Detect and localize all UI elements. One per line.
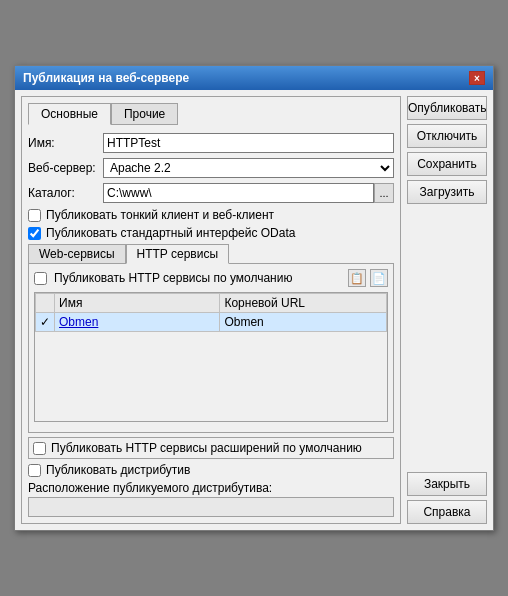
checkbox-odata[interactable] bbox=[28, 227, 41, 240]
checkbox-thin-client-label: Публиковать тонкий клиент и веб-клиент bbox=[46, 208, 274, 222]
name-label: Имя: bbox=[28, 136, 103, 150]
edit-icon[interactable]: 📋 bbox=[348, 269, 366, 287]
name-input[interactable] bbox=[103, 133, 394, 153]
checkbox-distrib-label: Публиковать дистрибутив bbox=[46, 463, 190, 477]
webserver-select-wrapper: Apache 2.2 bbox=[103, 158, 394, 178]
webserver-label: Веб-сервер: bbox=[28, 161, 103, 175]
checkbox-odata-row: Публиковать стандартный интерфейс OData bbox=[28, 226, 394, 240]
distrib-location-label: Расположение публикуемого дистрибутива: bbox=[28, 481, 394, 495]
row-name-cell: Obmen bbox=[55, 313, 220, 332]
distrib-section: Публиковать дистрибутив Расположение пуб… bbox=[28, 463, 394, 517]
table-header-check bbox=[36, 294, 55, 313]
catalog-input-wrapper: ... bbox=[103, 183, 394, 203]
services-table: Имя Корневой URL ✓ Obmen Obmen bbox=[35, 293, 387, 332]
save-button[interactable]: Сохранить bbox=[407, 152, 487, 176]
checkbox-extensions[interactable] bbox=[33, 442, 46, 455]
row-url-cell: Obmen bbox=[220, 313, 387, 332]
checkbox-distrib[interactable] bbox=[28, 464, 41, 477]
name-row: Имя: bbox=[28, 133, 394, 153]
close-button[interactable]: Закрыть bbox=[407, 472, 487, 496]
catalog-label: Каталог: bbox=[28, 186, 103, 200]
checkbox-http-default-label: Публиковать HTTP сервисы по умолчанию bbox=[54, 271, 344, 285]
publish-extensions-row: Публиковать HTTP сервисы расширений по у… bbox=[28, 437, 394, 459]
catalog-row: Каталог: ... bbox=[28, 183, 394, 203]
tab-web-services[interactable]: Web-сервисы bbox=[28, 244, 126, 264]
http-publish-default-row: Публиковать HTTP сервисы по умолчанию 📋 … bbox=[34, 269, 388, 287]
tab-http-services[interactable]: HTTP сервисы bbox=[126, 244, 230, 264]
table-header-name: Имя bbox=[55, 294, 220, 313]
side-buttons: Опубликовать Отключить Сохранить Загрузи… bbox=[407, 96, 487, 524]
checkbox-odata-label: Публиковать стандартный интерфейс OData bbox=[46, 226, 295, 240]
catalog-input[interactable] bbox=[103, 183, 374, 203]
title-bar: Публикация на веб-сервере × bbox=[15, 66, 493, 90]
copy-icon[interactable]: 📄 bbox=[370, 269, 388, 287]
dialog-body: Основные Прочие Имя: Веб-сервер: Apache … bbox=[15, 90, 493, 530]
bottom-section: Публиковать HTTP сервисы расширений по у… bbox=[28, 437, 394, 517]
tab-main[interactable]: Основные bbox=[28, 103, 111, 125]
distrib-location-input[interactable] bbox=[28, 497, 394, 517]
checkbox-thin-client-row: Публиковать тонкий клиент и веб-клиент bbox=[28, 208, 394, 222]
main-area: Основные Прочие Имя: Веб-сервер: Apache … bbox=[21, 96, 401, 524]
top-tabs: Основные Прочие bbox=[28, 103, 394, 125]
dialog-title: Публикация на веб-сервере bbox=[23, 71, 189, 85]
http-panel: Публиковать HTTP сервисы по умолчанию 📋 … bbox=[28, 263, 394, 433]
checkbox-http-default[interactable] bbox=[34, 272, 47, 285]
checkbox-thin-client[interactable] bbox=[28, 209, 41, 222]
help-button[interactable]: Справка bbox=[407, 500, 487, 524]
close-icon[interactable]: × bbox=[469, 71, 485, 85]
checkbox-extensions-label: Публиковать HTTP сервисы расширений по у… bbox=[51, 441, 362, 455]
table-row[interactable]: ✓ Obmen Obmen bbox=[36, 313, 387, 332]
services-table-wrapper: Имя Корневой URL ✓ Obmen Obmen bbox=[34, 292, 388, 422]
catalog-browse-button[interactable]: ... bbox=[374, 183, 394, 203]
inner-tabs: Web-сервисы HTTP сервисы bbox=[28, 244, 394, 264]
publish-button[interactable]: Опубликовать bbox=[407, 96, 487, 120]
load-button[interactable]: Загрузить bbox=[407, 180, 487, 204]
webserver-row: Веб-сервер: Apache 2.2 bbox=[28, 158, 394, 178]
webserver-select[interactable]: Apache 2.2 bbox=[103, 158, 394, 178]
tab-other[interactable]: Прочие bbox=[111, 103, 178, 125]
disable-button[interactable]: Отключить bbox=[407, 124, 487, 148]
publish-distrib-row: Публиковать дистрибутив bbox=[28, 463, 394, 477]
table-header-url: Корневой URL bbox=[220, 294, 387, 313]
row-name-link[interactable]: Obmen bbox=[59, 315, 98, 329]
row-checkbox-cell: ✓ bbox=[36, 313, 55, 332]
dialog: Публикация на веб-сервере × Основные Про… bbox=[14, 65, 494, 531]
